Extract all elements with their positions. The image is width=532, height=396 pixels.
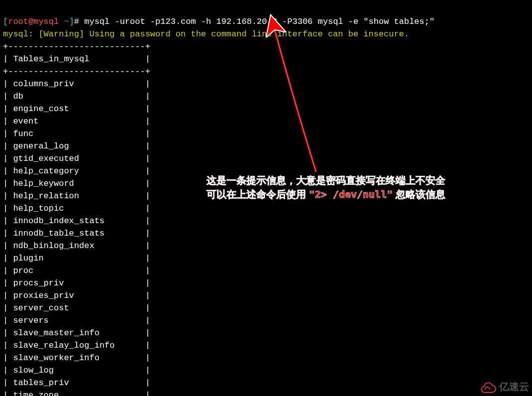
table-header: | Tables_in_mysql | <box>3 54 150 64</box>
watermark-text: 亿速云 <box>499 381 529 393</box>
prompt-open-bracket: [ <box>3 17 8 26</box>
table-row: | proc | <box>3 266 150 275</box>
warning-line: mysql: [Warning] Using a password on the… <box>3 29 409 39</box>
table-border-top: +---------------------------+ <box>3 42 150 51</box>
table-row: | slave_worker_info | <box>3 353 150 363</box>
cloud-logo-icon <box>479 381 496 393</box>
annotation-text: 这是一条提示信息，大意是密码直接写在终端上不安全 可以在上述命令后使用 "2> … <box>207 173 445 201</box>
prompt-space <box>59 17 64 26</box>
table-row: | event | <box>3 117 150 126</box>
prompt-tilde: ~ <box>64 17 69 26</box>
table-row: | help_keyword | <box>3 179 150 188</box>
table-row: | db | <box>3 92 150 101</box>
table-row: | time_zone | <box>3 391 150 396</box>
prompt-close-bracket: ] <box>69 17 74 26</box>
table-row: | general_log | <box>3 141 150 151</box>
annotation-line2-quote: "2> /dev/null" <box>309 188 393 200</box>
table-row: | help_relation | <box>3 191 150 201</box>
table-row: | innodb_index_stats | <box>3 216 150 226</box>
table-row: | slave_relay_log_info | <box>3 341 150 350</box>
table-row: | help_category | <box>3 166 150 176</box>
table-row: | slow_log | <box>3 366 150 375</box>
table-row: | slave_master_info | <box>3 328 150 338</box>
prompt-hash: # <box>74 17 79 26</box>
annotation-line2-prefix: 可以在上述命令后使用 <box>207 189 309 200</box>
annotation-line2-suffix: 忽略该信息 <box>393 189 445 200</box>
table-row: | servers | <box>3 316 150 325</box>
annotation-line-2: 可以在上述命令后使用 "2> /dev/null" 忽略该信息 <box>207 187 445 201</box>
command-text: mysql -uroot -p123.com -h 192.168.20.2 -… <box>84 17 434 26</box>
table-row: | procs_priv | <box>3 278 150 288</box>
prompt-user-host: root@mysql <box>8 17 59 26</box>
table-row: | gtid_executed | <box>3 154 150 163</box>
table-row: | plugin | <box>3 254 150 263</box>
table-row: | func | <box>3 129 150 138</box>
table-row: | tables_priv | <box>3 378 150 388</box>
annotation-line-1: 这是一条提示信息，大意是密码直接写在终端上不安全 <box>207 173 445 187</box>
table-row: | server_cost | <box>3 303 150 313</box>
table-row: | proxies_priv | <box>3 291 150 300</box>
table-row: | innodb_table_stats | <box>3 229 150 238</box>
table-border-mid: +---------------------------+ <box>3 67 150 76</box>
table-row: | help_topic | <box>3 204 150 213</box>
table-row: | engine_cost | <box>3 104 150 114</box>
table-row: | ndb_binlog_index | <box>3 241 150 251</box>
table-row: | columns_priv | <box>3 79 150 89</box>
watermark: 亿速云 <box>479 381 529 393</box>
